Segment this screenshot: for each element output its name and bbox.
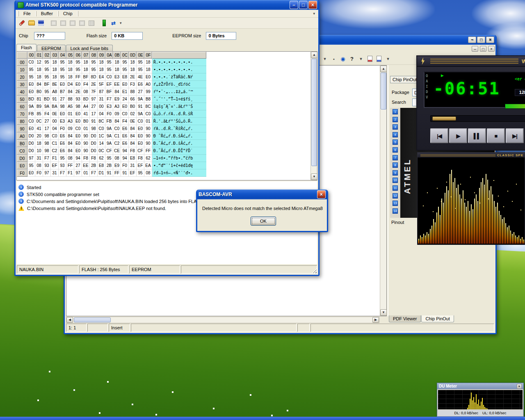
hex-cell[interactable]: BF: [105, 88, 113, 96]
hex-cell[interactable]: C0: [27, 118, 35, 125]
hex-cell[interactable]: 31: [35, 155, 43, 162]
hex-cell[interactable]: 08: [66, 155, 74, 162]
hex-cell[interactable]: 84: [66, 132, 74, 140]
hex-cell[interactable]: 18: [66, 73, 74, 81]
hex-cell[interactable]: 62: [144, 155, 152, 162]
hex-cell[interactable]: 95: [90, 66, 98, 73]
hex-cell[interactable]: 04: [98, 110, 105, 118]
hex-cell[interactable]: 94: [74, 155, 82, 162]
hex-cell[interactable]: EF: [137, 162, 144, 169]
mdi-close-button[interactable]: ×: [488, 46, 495, 52]
hex-cell[interactable]: 9A: [105, 132, 113, 140]
hex-cell[interactable]: 18: [51, 59, 59, 66]
hex-cell[interactable]: 95: [105, 59, 113, 66]
seek-slider[interactable]: [430, 115, 525, 122]
write-chip-icon[interactable]: [68, 18, 77, 27]
hex-cell[interactable]: E3: [105, 103, 113, 110]
hex-cell[interactable]: F7: [105, 96, 113, 103]
hex-cell[interactable]: E0: [74, 81, 82, 88]
hex-cell[interactable]: 85: [35, 110, 43, 118]
tab-lock-and-fuse-bits[interactable]: Lock and Fuse bits: [66, 45, 113, 51]
toolbar-overflow-icon[interactable]: ▾: [120, 21, 122, 25]
hex-cell[interactable]: F1: [66, 169, 74, 177]
hex-cell[interactable]: 95: [59, 73, 66, 81]
hex-cell[interactable]: 91: [121, 169, 129, 177]
clutter-a[interactable]: A: [426, 80, 428, 83]
hex-cell[interactable]: 95: [105, 66, 113, 73]
programmer-titlebar[interactable]: Atmel STK500 protocol compatible Program…: [16, 0, 318, 10]
hex-cell[interactable]: 12: [35, 59, 43, 66]
dropdown-icon[interactable]: ▾: [383, 55, 393, 64]
hex-cell[interactable]: 95: [74, 59, 82, 66]
hex-cell[interactable]: 95: [59, 155, 66, 162]
hex-cell[interactable]: C1: [51, 140, 59, 147]
hex-cell[interactable]: 8D: [90, 73, 98, 81]
hex-cell[interactable]: F4: [43, 110, 51, 118]
hex-cell[interactable]: E4: [98, 73, 105, 81]
hex-cell[interactable]: E8: [98, 162, 105, 169]
hex-cell[interactable]: E0: [59, 110, 66, 118]
hex-cell[interactable]: 2E: [74, 88, 82, 96]
mdi-minimize-button[interactable]: –: [472, 46, 478, 52]
hex-cell[interactable]: E0: [27, 88, 35, 96]
hex-cell[interactable]: 91: [90, 118, 98, 125]
hex-cell[interactable]: 31: [51, 169, 59, 177]
hex-cell[interactable]: 95: [90, 59, 98, 66]
hex-cell[interactable]: 41: [82, 110, 90, 118]
hex-cell[interactable]: 27: [137, 88, 144, 96]
hex-cell[interactable]: F0: [121, 162, 129, 169]
du-meter-titlebar[interactable]: DU Meter ×: [437, 383, 523, 389]
hex-cell[interactable]: 9A: [137, 96, 144, 103]
hex-cell[interactable]: 2E: [90, 81, 98, 88]
hex-cell[interactable]: 84: [35, 81, 43, 88]
hex-cell[interactable]: 2B: [105, 162, 113, 169]
hex-cell[interactable]: 94: [121, 147, 129, 155]
verify-chip-icon[interactable]: [58, 18, 68, 27]
seek-handle[interactable]: [432, 116, 456, 121]
clutter-v[interactable]: V: [426, 96, 428, 99]
hex-cell[interactable]: B7: [59, 88, 66, 96]
hex-cell[interactable]: 91: [51, 96, 59, 103]
hex-cell[interactable]: C2: [51, 147, 59, 155]
hex-cell[interactable]: 0C: [98, 147, 105, 155]
hex-cell[interactable]: D4: [66, 81, 74, 88]
hex-cell[interactable]: 2B: [90, 162, 98, 169]
scroll-down-icon[interactable]: ▼: [311, 173, 317, 180]
hex-cell[interactable]: 08: [113, 155, 121, 162]
hex-cell[interactable]: F7: [59, 169, 66, 177]
hex-cell[interactable]: A0: [144, 81, 152, 88]
hex-cell[interactable]: 0C: [35, 118, 43, 125]
auto-program-icon[interactable]: [99, 18, 109, 27]
compare-buffer-icon[interactable]: ⇄: [109, 18, 118, 27]
hex-cell[interactable]: 95: [43, 66, 51, 73]
hex-cell[interactable]: E6: [121, 132, 129, 140]
hex-cell[interactable]: 95: [121, 66, 129, 73]
ascii-cell[interactable]: Ŕ.•.•.•.•.•.•.•.: [152, 59, 206, 66]
ascii-cell[interactable]: ŕđ—1÷ń—.÷Ń'˙'ď•.: [152, 169, 206, 177]
hex-cell[interactable]: 18: [113, 66, 121, 73]
hex-cell[interactable]: 41: [35, 125, 43, 132]
hex-cell[interactable]: 91: [105, 169, 113, 177]
hex-cell[interactable]: 88: [66, 96, 74, 103]
hex-cell[interactable]: FB: [27, 110, 35, 118]
time-display[interactable]: -06:51: [434, 79, 500, 98]
blank-check-icon[interactable]: [87, 18, 96, 27]
pause-button[interactable]: ▌▌: [468, 128, 486, 143]
hex-cell[interactable]: 84: [66, 147, 74, 155]
clutterbar[interactable]: OAIDV: [426, 74, 428, 99]
hex-cell[interactable]: C0: [98, 125, 105, 132]
hex-cell[interactable]: 27: [90, 103, 98, 110]
open-file-icon[interactable]: [27, 18, 36, 27]
hex-cell[interactable]: 1C: [98, 132, 105, 140]
hex-cell[interactable]: B0: [129, 103, 137, 110]
dropdown-icon[interactable]: ▾: [320, 55, 329, 64]
clutter-o[interactable]: O: [426, 74, 428, 78]
hex-cell[interactable]: 95: [105, 155, 113, 162]
ok-button[interactable]: OK: [251, 217, 276, 226]
hex-cell[interactable]: 10: [35, 147, 43, 155]
hex-cell[interactable]: 18: [98, 66, 105, 73]
hex-cell[interactable]: E0: [74, 118, 82, 125]
ide-restore-button[interactable]: □: [477, 37, 485, 43]
hex-cell[interactable]: FF: [144, 147, 152, 155]
hex-cell[interactable]: E6: [121, 140, 129, 147]
